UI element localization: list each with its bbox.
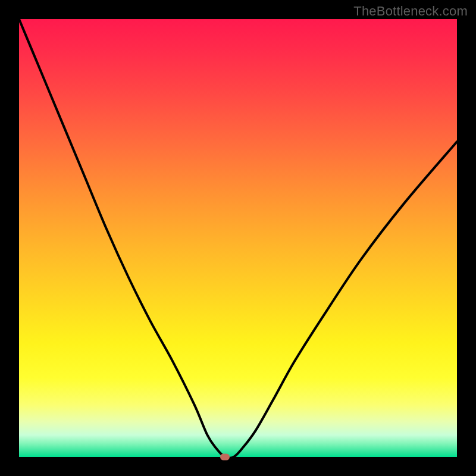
chart-frame: TheBottleneck.com xyxy=(0,0,476,476)
plot-area xyxy=(19,19,457,457)
watermark-text: TheBottleneck.com xyxy=(353,4,468,19)
bottleneck-curve xyxy=(19,19,457,457)
optimum-marker xyxy=(220,454,230,461)
curve-path xyxy=(19,19,457,458)
